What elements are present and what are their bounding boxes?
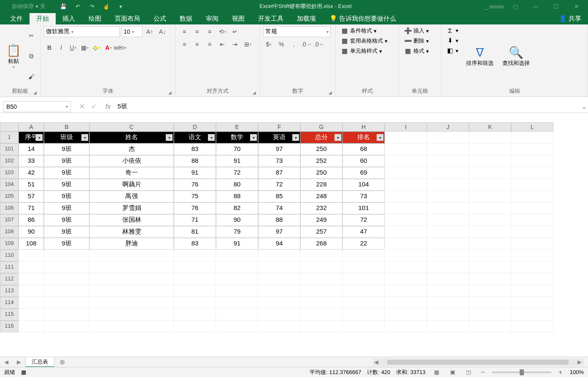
spreadsheet-grid[interactable]: ABCDEFGHIJKL1序号▾班级▾姓名▾语文▾数学▾英语▾总分▾排名▾101… bbox=[0, 122, 588, 357]
redo-icon[interactable]: ↷ bbox=[86, 3, 98, 10]
table-header-cell[interactable]: 排名▾ bbox=[343, 132, 385, 143]
data-cell[interactable]: 9班 bbox=[44, 155, 89, 167]
cell[interactable] bbox=[19, 309, 44, 320]
data-cell[interactable]: 268 bbox=[300, 238, 343, 250]
table-header-cell[interactable]: 语文▾ bbox=[174, 132, 216, 143]
cell[interactable] bbox=[89, 297, 174, 309]
data-cell[interactable]: 60 bbox=[343, 155, 385, 167]
tab-draw[interactable]: 绘图 bbox=[82, 13, 108, 24]
filter-dropdown-icon[interactable]: ▾ bbox=[36, 134, 43, 141]
macro-record-icon[interactable]: ▦ bbox=[21, 369, 26, 375]
cut-icon[interactable]: ✂ bbox=[26, 31, 36, 41]
maximize-icon[interactable]: ☐ bbox=[548, 3, 564, 10]
data-cell[interactable]: 90 bbox=[216, 214, 258, 226]
paste-button[interactable]: 📋 粘贴 ▾ bbox=[3, 26, 24, 86]
row-header[interactable]: 113 bbox=[0, 285, 19, 297]
cell[interactable] bbox=[511, 320, 553, 332]
column-header[interactable]: K bbox=[469, 122, 511, 132]
table-header-cell[interactable]: 序号▾ bbox=[19, 132, 44, 143]
cell[interactable] bbox=[44, 297, 89, 309]
wrap-text-icon[interactable]: ↵ bbox=[229, 26, 240, 37]
row-header[interactable]: 108 bbox=[0, 226, 19, 238]
cell[interactable] bbox=[216, 261, 258, 273]
cell[interactable] bbox=[89, 261, 174, 273]
column-header[interactable]: C bbox=[89, 122, 174, 132]
tab-developer[interactable]: 开发工具 bbox=[251, 13, 290, 24]
share-button[interactable]: 👤 共享 bbox=[552, 13, 588, 24]
cell[interactable] bbox=[511, 179, 553, 191]
data-cell[interactable]: 9班 bbox=[44, 214, 89, 226]
zoom-slider[interactable] bbox=[492, 372, 551, 373]
data-cell[interactable]: 83 bbox=[174, 238, 216, 250]
cell[interactable] bbox=[300, 261, 343, 273]
row-header[interactable]: 109 bbox=[0, 238, 19, 250]
font-name-combo[interactable]: 微软雅黑▾ bbox=[44, 26, 120, 37]
data-cell[interactable]: 杰 bbox=[89, 143, 174, 155]
decrease-decimal-icon[interactable]: .0← bbox=[314, 39, 325, 50]
font-size-combo[interactable]: 10▾ bbox=[121, 26, 143, 37]
cell[interactable] bbox=[44, 285, 89, 297]
data-cell[interactable]: 14 bbox=[19, 143, 44, 155]
data-cell[interactable]: 啊藕片 bbox=[89, 179, 174, 191]
zoom-in-icon[interactable]: + bbox=[557, 369, 564, 376]
row-header[interactable]: 112 bbox=[0, 273, 19, 285]
data-cell[interactable]: 228 bbox=[300, 179, 343, 191]
data-cell[interactable]: 81 bbox=[174, 226, 216, 238]
cell[interactable] bbox=[343, 297, 385, 309]
autosum-button[interactable]: Σ▾ bbox=[445, 26, 460, 35]
new-sheet-icon[interactable]: ⊕ bbox=[54, 358, 70, 366]
column-header[interactable]: H bbox=[343, 122, 385, 132]
cell[interactable] bbox=[469, 285, 511, 297]
table-header-cell[interactable]: 姓名▾ bbox=[89, 132, 174, 143]
cell[interactable] bbox=[19, 273, 44, 285]
cell[interactable] bbox=[300, 250, 343, 261]
account-name[interactable]: _ simon bbox=[484, 3, 504, 10]
data-cell[interactable]: 83 bbox=[174, 143, 216, 155]
data-cell[interactable]: 108 bbox=[19, 238, 44, 250]
row-header[interactable]: 103 bbox=[0, 167, 19, 179]
cell[interactable] bbox=[385, 179, 427, 191]
tab-addins[interactable]: 加载项 bbox=[290, 13, 323, 24]
cell[interactable] bbox=[44, 320, 89, 332]
cell[interactable] bbox=[174, 320, 216, 332]
formula-input[interactable] bbox=[115, 101, 580, 112]
cell[interactable] bbox=[469, 226, 511, 238]
sheet-nav-prev-icon[interactable]: ◀ bbox=[0, 359, 13, 365]
align-bottom-icon[interactable]: ≡ bbox=[204, 26, 215, 37]
cell[interactable] bbox=[19, 285, 44, 297]
cell[interactable] bbox=[216, 273, 258, 285]
font-color-button[interactable]: A▾ bbox=[103, 42, 114, 53]
autosave-toggle[interactable]: 自动保存 ● 关 bbox=[12, 3, 46, 10]
font-dialog-icon[interactable]: ◢ bbox=[168, 90, 172, 95]
column-header[interactable]: J bbox=[427, 122, 469, 132]
data-cell[interactable]: 79 bbox=[216, 226, 258, 238]
fx-icon[interactable]: fx bbox=[101, 103, 115, 110]
cell[interactable] bbox=[216, 297, 258, 309]
page-layout-view-icon[interactable]: ▣ bbox=[448, 369, 458, 375]
cell[interactable] bbox=[427, 132, 469, 143]
data-cell[interactable]: 87 bbox=[258, 167, 300, 179]
cell-styles-button[interactable]: ▦单元格样式 ▾ bbox=[339, 46, 389, 56]
cell[interactable] bbox=[385, 191, 427, 202]
cell[interactable] bbox=[385, 261, 427, 273]
column-header[interactable]: G bbox=[300, 122, 343, 132]
cell[interactable] bbox=[469, 167, 511, 179]
cell[interactable] bbox=[511, 261, 553, 273]
data-cell[interactable]: 胖迪 bbox=[89, 238, 174, 250]
row-header[interactable]: 106 bbox=[0, 202, 19, 214]
expand-formula-bar-icon[interactable]: ⌄ bbox=[580, 102, 588, 110]
touch-mode-icon[interactable]: ☝ bbox=[100, 3, 112, 10]
cell[interactable] bbox=[385, 155, 427, 167]
row-header[interactable]: 107 bbox=[0, 214, 19, 226]
cell[interactable] bbox=[511, 202, 553, 214]
cell[interactable] bbox=[469, 238, 511, 250]
filter-dropdown-icon[interactable]: ▾ bbox=[208, 134, 215, 141]
table-header-cell[interactable]: 数学▾ bbox=[216, 132, 258, 143]
column-header[interactable]: F bbox=[258, 122, 300, 132]
data-cell[interactable]: 9班 bbox=[44, 143, 89, 155]
select-all-corner[interactable] bbox=[0, 122, 19, 132]
save-icon[interactable]: 💾 bbox=[57, 3, 69, 10]
data-cell[interactable]: 22 bbox=[343, 238, 385, 250]
cell[interactable] bbox=[427, 214, 469, 226]
data-cell[interactable]: 90 bbox=[19, 226, 44, 238]
